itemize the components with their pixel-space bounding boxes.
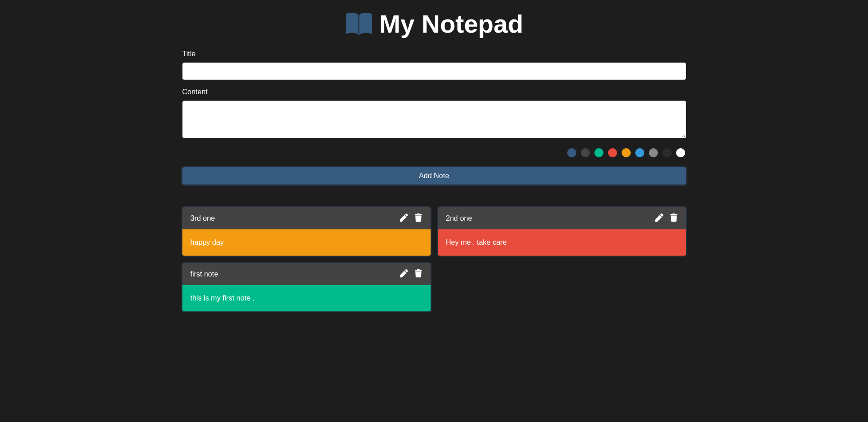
app-header: My Notepad bbox=[182, 0, 686, 50]
note-actions bbox=[400, 269, 422, 279]
note-actions bbox=[400, 213, 422, 223]
note-card: first notethis is my first note . bbox=[182, 263, 431, 311]
color-swatch-white[interactable] bbox=[676, 148, 685, 157]
content-input[interactable] bbox=[182, 101, 686, 138]
color-swatch-gray[interactable] bbox=[649, 148, 658, 157]
color-swatch-dark-gray[interactable] bbox=[581, 148, 590, 157]
note-actions bbox=[655, 213, 678, 223]
delete-note-button[interactable] bbox=[414, 213, 422, 223]
delete-note-button[interactable] bbox=[414, 269, 422, 279]
title-group: Title bbox=[182, 50, 686, 80]
color-picker bbox=[182, 148, 686, 157]
note-title: 3rd one bbox=[191, 214, 400, 223]
color-swatch-blue[interactable] bbox=[567, 148, 576, 157]
content-group: Content bbox=[182, 88, 686, 140]
note-content: Hey me . take care bbox=[438, 229, 686, 256]
note-content: happy day bbox=[182, 229, 431, 256]
note-content: this is my first note . bbox=[182, 285, 431, 311]
note-card: 2nd oneHey me . take care bbox=[438, 207, 686, 256]
notes-grid: 3rd onehappy day2nd oneHey me . take car… bbox=[182, 207, 686, 311]
trash-icon bbox=[414, 269, 422, 279]
pencil-icon bbox=[400, 213, 408, 223]
color-swatch-green[interactable] bbox=[594, 148, 603, 157]
edit-note-button[interactable] bbox=[400, 269, 408, 279]
note-header: 3rd one bbox=[182, 207, 431, 229]
app-container: My Notepad Title Content Add Note 3rd on… bbox=[176, 0, 693, 311]
app-title-wrap: My Notepad bbox=[345, 9, 523, 39]
book-icon bbox=[345, 12, 373, 36]
note-header: 2nd one bbox=[438, 207, 686, 229]
title-input[interactable] bbox=[182, 63, 686, 80]
color-swatch-black[interactable] bbox=[662, 148, 672, 157]
title-label: Title bbox=[182, 50, 686, 58]
edit-note-button[interactable] bbox=[655, 213, 663, 223]
note-card: 3rd onehappy day bbox=[182, 207, 431, 256]
content-label: Content bbox=[182, 88, 686, 96]
add-note-button[interactable]: Add Note bbox=[182, 167, 686, 184]
pencil-icon bbox=[655, 213, 663, 223]
note-header: first note bbox=[182, 263, 431, 285]
note-title: first note bbox=[191, 270, 400, 278]
color-swatch-orange[interactable] bbox=[622, 148, 631, 157]
trash-icon bbox=[414, 213, 422, 223]
color-swatch-red[interactable] bbox=[608, 148, 617, 157]
trash-icon bbox=[670, 213, 678, 223]
color-swatch-sky[interactable] bbox=[635, 148, 644, 157]
delete-note-button[interactable] bbox=[670, 213, 678, 223]
note-title: 2nd one bbox=[446, 214, 655, 223]
app-title: My Notepad bbox=[379, 9, 523, 39]
edit-note-button[interactable] bbox=[400, 213, 408, 223]
pencil-icon bbox=[400, 269, 408, 279]
